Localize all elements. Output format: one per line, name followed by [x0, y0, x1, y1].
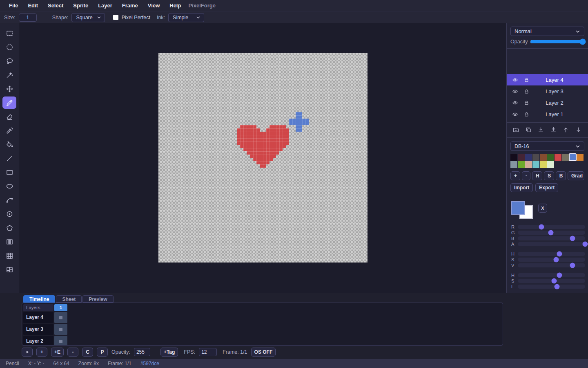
import-button[interactable]: Import — [510, 183, 533, 192]
primary-color-swatch[interactable] — [511, 201, 525, 215]
tool-rect-select[interactable] — [2, 27, 16, 39]
layer-row[interactable]: Layer 1 — [507, 108, 588, 120]
palette-swatch[interactable] — [540, 154, 547, 161]
hsl-l-slider[interactable]: L — [511, 284, 585, 289]
timeline-frame-cell[interactable] — [54, 324, 67, 335]
tool-curve[interactable] — [2, 194, 16, 206]
hsv-v-slider[interactable]: V — [511, 263, 585, 268]
palette-button-grad[interactable]: Grad — [568, 171, 584, 180]
size-input[interactable] — [19, 13, 37, 22]
palette-swatch[interactable] — [540, 161, 547, 168]
tool-rectangle[interactable] — [2, 166, 16, 178]
menu-select[interactable]: Select — [43, 0, 68, 11]
tool-slice[interactable] — [2, 263, 16, 276]
rgba-g-slider[interactable]: G — [511, 230, 585, 236]
layer-row[interactable]: Layer 4 — [507, 74, 588, 85]
flatten-icon[interactable] — [550, 126, 557, 134]
palette-swatch[interactable] — [569, 154, 576, 161]
palette-swatch[interactable] — [525, 161, 532, 168]
tool-fill[interactable] — [2, 138, 16, 150]
slider-thumb[interactable] — [554, 257, 559, 263]
layer-row[interactable]: Layer 3 — [507, 85, 588, 97]
tool-magic-wand[interactable] — [2, 69, 16, 81]
play-button[interactable] — [22, 348, 33, 357]
pixel-perfect-checkbox[interactable] — [113, 15, 118, 20]
hsl-h-slider[interactable]: H — [511, 272, 585, 278]
onion-skin-button[interactable]: OS OFF — [251, 348, 276, 357]
tool-eraser[interactable] — [2, 110, 16, 123]
slider-track[interactable] — [518, 242, 585, 246]
shape-select[interactable]: Square — [71, 13, 105, 22]
hsv-s-slider[interactable]: S — [511, 257, 585, 263]
eye-icon[interactable] — [512, 88, 518, 94]
folder-plus-icon[interactable] — [512, 126, 520, 134]
tool-circle-dot[interactable] — [2, 208, 16, 220]
slider-thumb[interactable] — [557, 273, 562, 278]
palette-select[interactable]: DB-16 — [510, 141, 584, 151]
palette-swatch[interactable] — [518, 154, 525, 161]
slider-track[interactable] — [518, 236, 585, 240]
slider-track[interactable] — [518, 258, 585, 262]
lock-icon[interactable] — [523, 100, 530, 106]
ink-select[interactable]: Simple — [168, 13, 204, 22]
menu-sprite[interactable]: Sprite — [68, 0, 93, 11]
arrow-up-icon[interactable] — [562, 126, 570, 134]
palette-swatch[interactable] — [510, 161, 517, 168]
palette-swatch[interactable] — [562, 154, 569, 161]
rgba-a-slider[interactable]: A — [511, 241, 585, 247]
rgba-b-slider[interactable]: B — [511, 236, 585, 241]
palette-swatch[interactable] — [532, 154, 539, 161]
eye-icon[interactable] — [512, 100, 518, 106]
hsv-h-slider[interactable]: H — [511, 251, 585, 257]
fps-input[interactable] — [199, 348, 217, 356]
palette-button-+[interactable]: + — [510, 171, 520, 180]
eye-icon[interactable] — [512, 111, 518, 117]
palette-button--[interactable]: - — [522, 171, 530, 180]
timeline-frame-cell[interactable] — [54, 336, 67, 346]
duplicate-icon[interactable] — [525, 126, 532, 134]
slider-thumb[interactable] — [548, 230, 553, 236]
palette-swatch[interactable] — [577, 154, 584, 161]
menu-view[interactable]: View — [143, 0, 165, 11]
tool-ellipse-select[interactable] — [2, 41, 16, 53]
menu-layer[interactable]: Layer — [93, 0, 117, 11]
frame-button--[interactable]: - — [67, 348, 78, 357]
frame-button-plus[interactable]: + — [36, 348, 47, 357]
lock-icon[interactable] — [523, 111, 530, 117]
blend-mode-select[interactable]: Normal — [510, 27, 584, 36]
layer-row[interactable]: Layer 2 — [507, 97, 588, 108]
tab-timeline[interactable]: Timeline — [23, 295, 55, 303]
tool-line[interactable] — [2, 152, 16, 164]
timeline-layer-name[interactable]: Layer 4 — [23, 312, 53, 323]
slider-thumb[interactable] — [570, 236, 575, 241]
slider-track[interactable] — [518, 231, 585, 235]
swap-colors-button[interactable]: X — [538, 204, 547, 213]
lock-icon[interactable] — [523, 77, 530, 83]
export-button[interactable]: Export — [535, 183, 558, 192]
frame-button-c[interactable]: C — [82, 348, 93, 357]
slider-thumb[interactable] — [557, 251, 562, 257]
palette-button-h[interactable]: H — [532, 171, 542, 180]
palette-swatch[interactable] — [547, 161, 554, 168]
tool-pencil[interactable] — [2, 96, 16, 109]
palette-swatch[interactable] — [547, 154, 554, 161]
palette-swatch[interactable] — [510, 154, 517, 161]
timeline-frame-cell[interactable] — [54, 312, 67, 323]
tool-polygon[interactable] — [2, 222, 16, 234]
tool-move[interactable] — [2, 83, 16, 95]
slider-track[interactable] — [518, 252, 585, 256]
frame-button-pluse[interactable]: +E — [51, 348, 64, 357]
slider-thumb[interactable] — [570, 263, 575, 268]
timeline-layer-name[interactable]: Layer 2 — [23, 336, 53, 346]
eye-icon[interactable] — [512, 77, 518, 83]
slider-track[interactable] — [518, 273, 585, 277]
palette-swatch[interactable] — [555, 154, 561, 161]
slider-track[interactable] — [518, 279, 585, 283]
tool-grid[interactable] — [2, 249, 16, 262]
lock-icon[interactable] — [523, 88, 530, 94]
menu-frame[interactable]: Frame — [117, 0, 143, 11]
slider-thumb[interactable] — [554, 284, 559, 289]
slider-track[interactable] — [518, 285, 585, 289]
menu-file[interactable]: File — [4, 0, 23, 11]
frame-button-p[interactable]: P — [97, 348, 108, 357]
